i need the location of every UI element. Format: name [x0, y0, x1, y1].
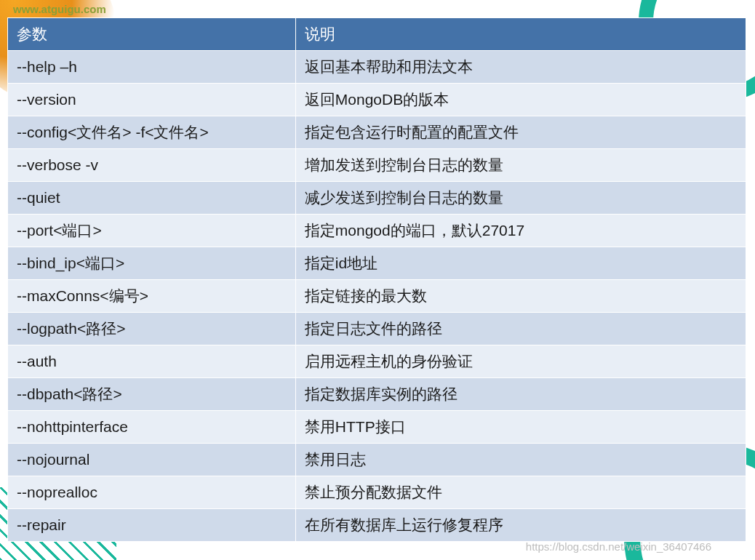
cell-param: --version [8, 84, 296, 116]
cell-desc: 禁用日志 [295, 444, 746, 476]
table-row: --quiet减少发送到控制台日志的数量 [8, 182, 746, 215]
watermark-text: https://blog.csdn.net/weixin_36407466 [526, 540, 711, 553]
cell-desc: 启用远程主机的身份验证 [295, 345, 746, 378]
cell-param: --auth [8, 345, 296, 378]
table-row: --repair在所有数据库上运行修复程序 [8, 509, 746, 542]
table-row: --logpath<路径>指定日志文件的路径 [8, 313, 746, 345]
cell-desc: 指定链接的最大数 [295, 280, 746, 313]
cell-param: --nohttpinterface [8, 411, 296, 444]
table-row: --dbpath<路径>指定数据库实例的路径 [8, 378, 746, 411]
table-row: --noprealloc禁止预分配数据文件 [8, 476, 746, 509]
table-row: --version返回MongoDB的版本 [8, 84, 746, 116]
cell-desc: 返回MongoDB的版本 [295, 84, 746, 116]
cell-desc: 在所有数据库上运行修复程序 [295, 509, 746, 542]
table-row: --bind_ip<端口>指定id地址 [8, 247, 746, 280]
params-table-container: 参数 说明 --help –h返回基本帮助和用法文本--version返回Mon… [7, 17, 746, 542]
cell-desc: 指定mongod的端口，默认27017 [295, 215, 746, 247]
cell-param: --repair [8, 509, 296, 542]
table-row: --help –h返回基本帮助和用法文本 [8, 51, 746, 84]
cell-param: --verbose -v [8, 149, 296, 182]
cell-desc: 指定包含运行时配置的配置文件 [295, 116, 746, 149]
cell-desc: 增加发送到控制台日志的数量 [295, 149, 746, 182]
params-table: 参数 说明 --help –h返回基本帮助和用法文本--version返回Mon… [7, 17, 746, 542]
header-desc: 说明 [295, 18, 746, 51]
table-header-row: 参数 说明 [8, 18, 746, 51]
cell-desc: 指定id地址 [295, 247, 746, 280]
cell-param: --bind_ip<端口> [8, 247, 296, 280]
table-row: --nohttpinterface禁用HTTP接口 [8, 411, 746, 444]
cell-param: --dbpath<路径> [8, 378, 296, 411]
table-row: --maxConns<编号>指定链接的最大数 [8, 280, 746, 313]
cell-desc: 指定数据库实例的路径 [295, 378, 746, 411]
table-row: --port<端口>指定mongod的端口，默认27017 [8, 215, 746, 247]
cell-param: --port<端口> [8, 215, 296, 247]
cell-param: --nojournal [8, 444, 296, 476]
cell-desc: 返回基本帮助和用法文本 [295, 51, 746, 84]
cell-desc: 减少发送到控制台日志的数量 [295, 182, 746, 215]
table-row: --nojournal禁用日志 [8, 444, 746, 476]
table-row: --verbose -v增加发送到控制台日志的数量 [8, 149, 746, 182]
cell-param: --noprealloc [8, 476, 296, 509]
cell-param: --quiet [8, 182, 296, 215]
cell-desc: 禁止预分配数据文件 [295, 476, 746, 509]
cell-param: --config<文件名> -f<文件名> [8, 116, 296, 149]
cell-param: --help –h [8, 51, 296, 84]
cell-desc: 禁用HTTP接口 [295, 411, 746, 444]
cell-desc: 指定日志文件的路径 [295, 313, 746, 345]
table-row: --auth启用远程主机的身份验证 [8, 345, 746, 378]
source-url-hint: www.atguigu.com [13, 3, 106, 15]
header-param: 参数 [8, 18, 296, 51]
cell-param: --maxConns<编号> [8, 280, 296, 313]
cell-param: --logpath<路径> [8, 313, 296, 345]
table-row: --config<文件名> -f<文件名>指定包含运行时配置的配置文件 [8, 116, 746, 149]
